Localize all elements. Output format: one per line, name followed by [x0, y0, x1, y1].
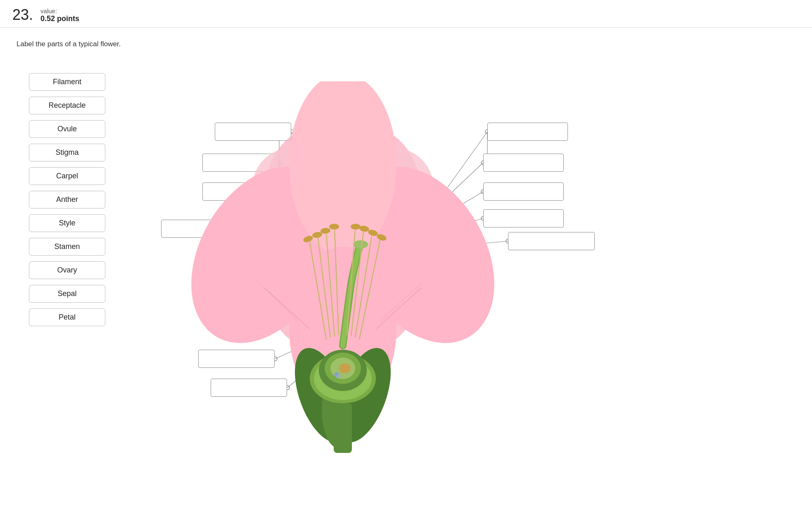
word-stigma[interactable]: Stigma — [29, 144, 105, 161]
flower-illustration — [173, 81, 512, 453]
svg-rect-40 — [334, 403, 352, 453]
value-label: value: — [40, 7, 79, 14]
word-sepal[interactable]: Sepal — [29, 285, 105, 303]
value-number: 0.52 points — [40, 14, 79, 23]
word-ovule[interactable]: Ovule — [29, 120, 105, 138]
label-box-far-right[interactable] — [508, 232, 595, 250]
svg-point-55 — [329, 224, 339, 230]
svg-point-48 — [337, 374, 341, 379]
instruction-text: Label the parts of a typical flower. — [17, 40, 795, 48]
svg-point-57 — [351, 224, 361, 230]
svg-point-46 — [339, 363, 351, 373]
svg-point-31 — [289, 81, 397, 255]
word-petal[interactable]: Petal — [29, 308, 105, 326]
word-stamen[interactable]: Stamen — [29, 238, 105, 256]
word-style[interactable]: Style — [29, 214, 105, 232]
word-anther[interactable]: Anther — [29, 191, 105, 208]
diagram-area: Filament Receptacle Ovule Stigma Carpel … — [17, 61, 793, 507]
word-carpel[interactable]: Carpel — [29, 167, 105, 185]
word-ovary[interactable]: Ovary — [29, 261, 105, 279]
svg-point-49 — [353, 240, 368, 249]
word-filament[interactable]: Filament — [29, 73, 105, 91]
word-receptacle[interactable]: Receptacle — [29, 97, 105, 114]
main-content: Label the parts of a typical flower. Fil… — [0, 28, 812, 507]
word-bank: Filament Receptacle Ovule Stigma Carpel … — [29, 73, 105, 326]
value-block: value: 0.52 points — [40, 7, 79, 23]
question-number: 23. — [12, 7, 33, 22]
question-header: 23. value: 0.52 points — [0, 0, 812, 28]
